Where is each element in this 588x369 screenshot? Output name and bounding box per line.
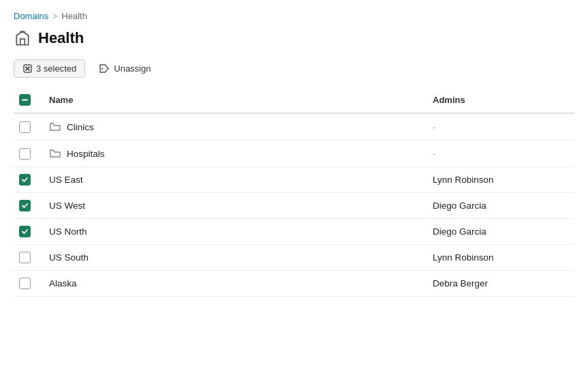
row-checkbox[interactable] <box>19 278 31 289</box>
row-name-cell: US West <box>41 193 424 219</box>
selected-count-button[interactable]: 3 selected <box>14 59 85 78</box>
row-admins-cell: Lynn Robinson <box>424 167 574 193</box>
row-checkbox[interactable] <box>19 174 31 186</box>
table-row: US NorthDiego Garcia <box>14 219 574 245</box>
toolbar: 3 selected Unassign <box>14 59 574 78</box>
row-admins-cell: Debra Berger <box>424 271 574 297</box>
breadcrumb: Domains > Health <box>14 11 574 21</box>
page-header: Health <box>14 29 574 47</box>
row-name-text: US East <box>49 175 83 185</box>
row-checkbox-cell <box>14 193 41 219</box>
row-name-cell: Alaska <box>41 271 424 297</box>
table-row: Clinics- <box>14 113 574 141</box>
selected-count-label: 3 selected <box>36 63 76 74</box>
row-checkbox-cell <box>14 219 41 245</box>
unassign-button[interactable]: Unassign <box>92 60 157 78</box>
data-table: Name Admins Clinics-Hospitals- US EastLy… <box>14 87 574 297</box>
row-checkbox[interactable] <box>19 226 31 237</box>
table-row: US EastLynn Robinson <box>14 167 574 193</box>
row-name-text: US South <box>49 252 89 263</box>
select-all-checkbox[interactable] <box>19 94 31 106</box>
folder-icon <box>49 121 61 133</box>
row-admins-cell: - <box>424 113 574 141</box>
table-row: US SouthLynn Robinson <box>14 245 574 271</box>
row-name-text: Hospitals <box>67 149 105 159</box>
row-name-text: Clinics <box>67 122 94 132</box>
clear-selection-icon <box>22 64 32 74</box>
row-checkbox[interactable] <box>19 121 31 133</box>
row-admins-cell: Lynn Robinson <box>424 245 574 271</box>
column-header-admins: Admins <box>424 87 574 113</box>
unassign-label: Unassign <box>114 63 151 74</box>
row-checkbox-cell <box>14 271 41 297</box>
table-row: Hospitals- <box>14 141 574 167</box>
row-checkbox-cell <box>14 113 41 141</box>
row-checkbox[interactable] <box>19 200 31 211</box>
table-row: AlaskaDebra Berger <box>14 271 574 297</box>
row-name-text: US North <box>49 226 87 237</box>
row-checkbox-cell <box>14 167 41 193</box>
column-header-name: Name <box>41 87 424 113</box>
row-checkbox-cell <box>14 141 41 167</box>
unassign-icon <box>99 63 110 74</box>
row-admins-cell: - <box>424 141 574 167</box>
domain-icon <box>14 29 31 47</box>
page-title: Health <box>38 29 84 47</box>
row-name-cell: Hospitals <box>41 141 424 167</box>
row-name-text: US West <box>49 201 85 211</box>
breadcrumb-parent[interactable]: Domains <box>14 11 48 21</box>
row-name-cell: US East <box>41 167 424 193</box>
row-name-cell: US South <box>41 245 424 271</box>
table-row: US WestDiego Garcia <box>14 193 574 219</box>
row-name-cell: US North <box>41 219 424 245</box>
breadcrumb-current: Health <box>61 11 87 21</box>
row-admins-cell: Diego Garcia <box>424 219 574 245</box>
header-checkbox-cell <box>14 87 41 113</box>
row-name-cell: Clinics <box>41 113 424 141</box>
row-admins-cell: Diego Garcia <box>424 193 574 219</box>
row-checkbox-cell <box>14 245 41 271</box>
folder-icon <box>49 147 61 160</box>
svg-point-5 <box>102 68 103 69</box>
row-checkbox[interactable] <box>19 148 31 160</box>
breadcrumb-separator: > <box>52 12 57 21</box>
table-header-row: Name Admins <box>14 87 574 113</box>
row-checkbox[interactable] <box>19 252 31 263</box>
row-name-text: Alaska <box>49 278 77 289</box>
